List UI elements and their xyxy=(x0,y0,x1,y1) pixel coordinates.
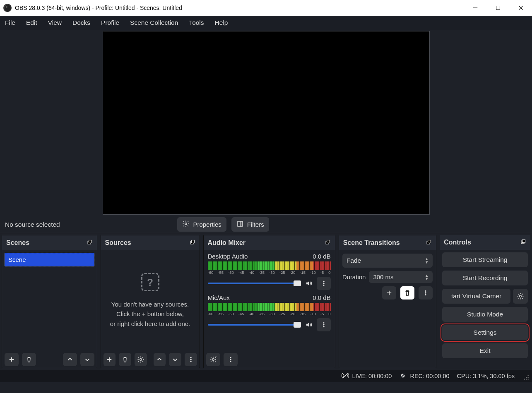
svg-point-48 xyxy=(526,379,527,380)
svg-point-52 xyxy=(528,375,529,376)
popout-icon[interactable] xyxy=(189,239,195,247)
svg-point-18 xyxy=(190,357,191,358)
sources-dock: Sources ? You don't have any sources. Cl… xyxy=(101,235,200,368)
mixer-more-button[interactable] xyxy=(224,353,238,366)
window-maximize-button[interactable] xyxy=(486,0,509,16)
channel-more-button[interactable] xyxy=(317,277,331,290)
channel-name: Mic/Aux xyxy=(208,294,230,301)
menu-file[interactable]: File xyxy=(5,19,15,26)
transition-value: Fade xyxy=(347,257,361,264)
scenes-dock: Scenes Scene xyxy=(2,235,97,368)
window-minimize-button[interactable] xyxy=(464,0,486,16)
svg-point-50 xyxy=(524,379,525,380)
mixer-settings-button[interactable] xyxy=(206,353,220,366)
properties-button[interactable]: Properties xyxy=(177,217,226,232)
audio-mixer-dock: Audio Mixer Desktop Audio 0.0 dB -60-55-… xyxy=(203,235,335,368)
move-scene-up-button[interactable] xyxy=(63,353,77,366)
virtual-camera-settings-button[interactable] xyxy=(513,289,528,304)
volume-slider[interactable] xyxy=(208,283,301,284)
svg-point-47 xyxy=(528,379,529,380)
svg-point-49 xyxy=(528,377,529,378)
move-source-down-button[interactable] xyxy=(169,353,181,366)
gear-icon xyxy=(182,220,190,229)
add-scene-button[interactable] xyxy=(5,353,19,366)
svg-point-24 xyxy=(323,283,324,284)
scenes-title: Scenes xyxy=(6,239,29,247)
move-source-up-button[interactable] xyxy=(154,353,166,366)
rec-status: REC: 00:00:00 xyxy=(410,373,449,379)
app-icon xyxy=(3,4,12,12)
start-virtual-camera-button[interactable]: tart Virtual Camer xyxy=(442,289,510,304)
svg-rect-7 xyxy=(238,221,240,226)
svg-rect-41 xyxy=(522,240,525,242)
remove-source-button[interactable] xyxy=(119,353,131,366)
svg-point-25 xyxy=(323,285,324,286)
remove-scene-button[interactable] xyxy=(22,353,36,366)
sources-title: Sources xyxy=(105,239,131,247)
window-close-button[interactable] xyxy=(509,0,532,16)
scene-item[interactable]: Scene xyxy=(5,253,94,266)
svg-point-28 xyxy=(323,326,324,327)
svg-point-0 xyxy=(5,5,10,11)
preview-canvas[interactable] xyxy=(103,31,430,215)
source-more-button[interactable] xyxy=(185,353,197,366)
live-status: LIVE: 00:00:00 xyxy=(352,373,392,379)
controls-dock: Controls Start Streaming Start Recording… xyxy=(440,235,530,368)
move-scene-down-button[interactable] xyxy=(80,353,94,366)
resize-grip-icon[interactable] xyxy=(522,373,528,379)
volume-slider[interactable] xyxy=(208,324,301,326)
popout-icon[interactable] xyxy=(520,239,526,247)
mixer-title: Audio Mixer xyxy=(208,239,246,247)
sources-empty-line3: or right click here to add one. xyxy=(110,319,190,328)
filters-label: Filters xyxy=(247,221,264,228)
menu-bar: File Edit View Docks Profile Scene Colle… xyxy=(0,16,532,30)
add-source-button[interactable] xyxy=(104,353,116,366)
menu-edit[interactable]: Edit xyxy=(26,19,37,26)
menu-tools[interactable]: Tools xyxy=(189,19,204,26)
svg-point-23 xyxy=(323,281,324,282)
menu-scene-collection[interactable]: Scene Collection xyxy=(130,19,178,26)
popout-icon[interactable] xyxy=(87,239,93,247)
transition-more-button[interactable] xyxy=(419,286,433,300)
start-recording-button[interactable]: Start Recording xyxy=(442,271,528,285)
transition-select[interactable]: Fade ▲▼ xyxy=(342,254,433,268)
channel-more-button[interactable] xyxy=(317,318,331,331)
svg-point-1 xyxy=(6,6,8,8)
svg-point-37 xyxy=(425,290,426,292)
duration-label: Duration xyxy=(342,273,366,280)
menu-profile[interactable]: Profile xyxy=(101,19,119,26)
sources-empty-state[interactable]: ? You don't have any sources. Click the … xyxy=(101,250,200,351)
svg-point-30 xyxy=(230,357,231,358)
studio-mode-button[interactable]: Studio Mode xyxy=(442,307,528,322)
popout-icon[interactable] xyxy=(325,239,331,247)
properties-label: Properties xyxy=(193,221,221,228)
exit-button[interactable]: Exit xyxy=(442,343,528,358)
svg-point-17 xyxy=(140,359,142,361)
channel-name: Desktop Audio xyxy=(208,253,248,260)
source-toolbar: No source selected Properties Filters xyxy=(0,216,532,233)
transitions-title: Scene Transitions xyxy=(343,239,400,247)
speaker-icon[interactable] xyxy=(304,279,313,288)
mixer-channel: Mic/Aux 0.0 dB -60-55-50-45-40-35-30-25-… xyxy=(204,292,335,333)
sources-empty-line1: You don't have any sources. xyxy=(111,300,189,309)
svg-point-31 xyxy=(230,359,231,360)
filters-button[interactable]: Filters xyxy=(231,217,269,232)
chevrons-icon: ▲▼ xyxy=(425,274,428,280)
source-properties-button[interactable] xyxy=(135,353,147,366)
menu-docks[interactable]: Docks xyxy=(72,19,90,26)
menu-help[interactable]: Help xyxy=(215,19,228,26)
start-streaming-button[interactable]: Start Streaming xyxy=(442,252,528,267)
filters-icon xyxy=(236,220,244,229)
svg-point-38 xyxy=(425,292,426,294)
svg-rect-14 xyxy=(191,240,194,243)
add-transition-button[interactable] xyxy=(382,286,396,300)
remove-transition-button[interactable] xyxy=(400,286,414,300)
menu-view[interactable]: View xyxy=(48,19,62,26)
duration-spinner[interactable]: 300 ms ▲▼ xyxy=(369,271,433,283)
svg-point-27 xyxy=(323,324,324,326)
speaker-icon[interactable] xyxy=(304,320,313,329)
broadcast-icon xyxy=(342,372,349,381)
settings-button[interactable]: Settings xyxy=(442,325,528,340)
popout-icon[interactable] xyxy=(426,239,432,247)
meter-ticks: -60-55-50-45-40-35-30-25-20-15-10-50 xyxy=(208,270,331,275)
